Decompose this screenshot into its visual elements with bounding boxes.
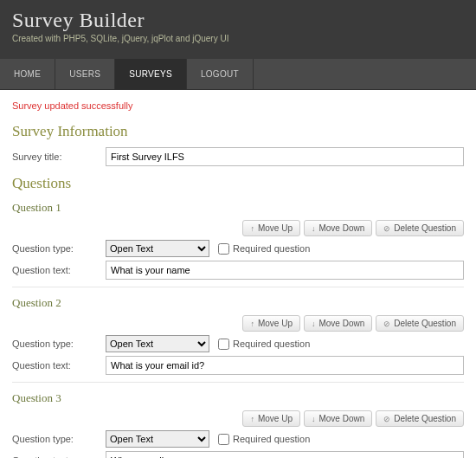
app-subtitle: Created with PHP5, SQLite, jQuery, jqPlo… bbox=[12, 34, 464, 43]
question-text-input[interactable] bbox=[106, 261, 464, 280]
questions-heading: Questions bbox=[12, 175, 464, 192]
required-label: Required question bbox=[233, 434, 310, 444]
move-up-label: Move Up bbox=[258, 223, 293, 233]
question-heading: Question 2 bbox=[12, 296, 464, 310]
question-text-label: Question text: bbox=[12, 265, 106, 275]
required-checkbox[interactable] bbox=[218, 339, 229, 350]
question-text-input[interactable] bbox=[106, 451, 464, 458]
divider bbox=[12, 287, 464, 287]
delete-icon: ⊘ bbox=[383, 224, 390, 233]
survey-title-label: Survey title: bbox=[12, 152, 106, 162]
delete-question-button[interactable]: ⊘Delete Question bbox=[376, 410, 464, 427]
move-up-button[interactable]: ↑Move Up bbox=[242, 410, 300, 427]
nav-surveys[interactable]: SURVEYS bbox=[115, 59, 187, 89]
delete-label: Delete Question bbox=[394, 414, 456, 423]
question-type-select[interactable]: Open Text bbox=[106, 240, 209, 257]
move-up-label: Move Up bbox=[258, 414, 293, 423]
move-down-button[interactable]: ↓Move Down bbox=[304, 315, 372, 332]
arrow-up-icon: ↑ bbox=[250, 415, 254, 423]
arrow-up-icon: ↑ bbox=[250, 319, 254, 328]
content-area: Survey updated successfully Survey Infor… bbox=[0, 90, 476, 458]
move-down-label: Move Down bbox=[318, 223, 364, 233]
app-header: Survey Builder Created with PHP5, SQLite… bbox=[0, 0, 476, 59]
delete-icon: ⊘ bbox=[383, 415, 390, 423]
question-text-label: Question text: bbox=[12, 360, 106, 371]
required-question-wrap[interactable]: Required question bbox=[218, 434, 310, 445]
question-text-input[interactable] bbox=[106, 356, 464, 375]
required-checkbox[interactable] bbox=[218, 434, 229, 445]
delete-icon: ⊘ bbox=[383, 319, 390, 328]
required-checkbox[interactable] bbox=[218, 243, 229, 255]
arrow-down-icon: ↓ bbox=[312, 224, 316, 233]
required-question-wrap[interactable]: Required question bbox=[218, 243, 310, 255]
arrow-down-icon: ↓ bbox=[312, 415, 316, 423]
main-nav: HOME USERS SURVEYS LOGOUT bbox=[0, 59, 476, 90]
question-type-select[interactable]: Open Text bbox=[106, 430, 209, 448]
delete-question-button[interactable]: ⊘Delete Question bbox=[376, 220, 464, 236]
required-label: Required question bbox=[233, 243, 310, 254]
required-label: Required question bbox=[233, 339, 310, 349]
move-down-label: Move Down bbox=[318, 414, 364, 423]
question-type-label: Question type: bbox=[12, 434, 106, 444]
app-title: Survey Builder bbox=[12, 9, 464, 32]
delete-label: Delete Question bbox=[394, 319, 456, 328]
status-message: Survey updated successfully bbox=[12, 100, 464, 111]
delete-label: Delete Question bbox=[394, 223, 456, 233]
required-question-wrap[interactable]: Required question bbox=[218, 339, 310, 350]
nav-home[interactable]: HOME bbox=[0, 59, 55, 89]
survey-info-heading: Survey Information bbox=[12, 123, 464, 140]
question-type-label: Question type: bbox=[12, 339, 106, 349]
question-heading: Question 3 bbox=[12, 391, 464, 405]
survey-title-input[interactable] bbox=[106, 147, 464, 166]
question-actions: ↑Move Up ↓Move Down ⊘Delete Question bbox=[12, 220, 464, 236]
nav-users[interactable]: USERS bbox=[55, 59, 115, 89]
move-up-button[interactable]: ↑Move Up bbox=[242, 315, 300, 332]
move-up-label: Move Up bbox=[258, 319, 293, 328]
delete-question-button[interactable]: ⊘Delete Question bbox=[376, 315, 464, 332]
arrow-down-icon: ↓ bbox=[312, 319, 316, 328]
question-type-select[interactable]: Open Text bbox=[106, 335, 209, 352]
move-down-button[interactable]: ↓Move Down bbox=[304, 410, 372, 427]
question-heading: Question 1 bbox=[12, 201, 464, 215]
arrow-up-icon: ↑ bbox=[250, 224, 254, 233]
divider bbox=[12, 382, 464, 383]
move-down-button[interactable]: ↓Move Down bbox=[304, 220, 372, 236]
question-actions: ↑Move Up ↓Move Down ⊘Delete Question bbox=[12, 315, 464, 332]
question-actions: ↑Move Up ↓Move Down ⊘Delete Question bbox=[12, 410, 464, 427]
move-up-button[interactable]: ↑Move Up bbox=[242, 220, 300, 236]
move-down-label: Move Down bbox=[318, 319, 364, 328]
nav-logout[interactable]: LOGOUT bbox=[187, 59, 254, 89]
question-type-label: Question type: bbox=[12, 243, 106, 254]
